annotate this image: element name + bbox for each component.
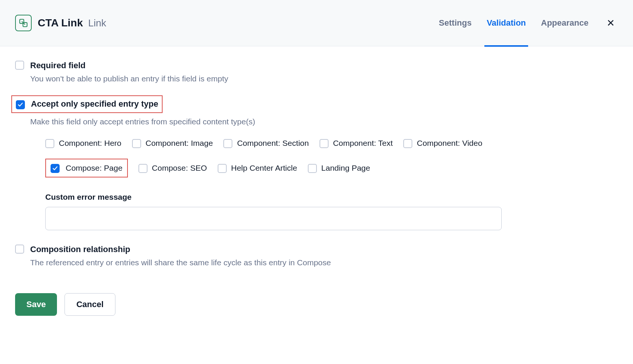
tab-settings[interactable]: Settings [439, 9, 472, 37]
compose-page-highlight-box: Compose: Page [45, 159, 128, 177]
entry-type-landing-page: Landing Page [308, 163, 370, 173]
required-field-desc: You won't be able to publish an entry if… [30, 73, 618, 84]
entry-type-checkbox[interactable] [308, 164, 317, 173]
composition-relationship-checkbox[interactable] [15, 245, 24, 254]
required-field-label: Required field [30, 60, 618, 72]
entry-type-label: Component: Section [237, 139, 309, 148]
field-type: Link [88, 17, 106, 29]
entry-type-checkbox[interactable] [218, 164, 227, 173]
option-text: Required field You won't be able to publ… [30, 60, 618, 84]
entry-type-component-image: Component: Image [132, 138, 213, 148]
entry-type-label: Compose: SEO [152, 164, 207, 173]
entry-type-checkbox[interactable] [403, 139, 412, 148]
entry-type-help-center-article: Help Center Article [218, 163, 297, 173]
accept-entry-type-option: Accept only specified entry type Make th… [15, 95, 618, 127]
entry-type-compose-seo: Compose: SEO [138, 163, 207, 173]
entry-type-label: Component: Text [333, 139, 393, 148]
accept-entry-type-checkbox[interactable] [16, 100, 25, 109]
header-right: Settings Validation Appearance ✕ [439, 9, 618, 37]
entry-type-checkbox[interactable] [320, 139, 329, 148]
entry-type-component-hero: Component: Hero [45, 138, 121, 148]
dialog-header: CTA Link Link Settings Validation Appear… [0, 0, 633, 46]
entry-type-component-text: Component: Text [320, 138, 393, 148]
dialog-footer: Save Cancel [0, 293, 633, 331]
entry-types-row-2: Compose: Page Compose: SEO Help Center A… [45, 159, 618, 177]
field-title: CTA Link [38, 17, 83, 29]
entry-type-checkbox[interactable] [138, 164, 147, 173]
entry-type-component-video: Component: Video [403, 138, 482, 148]
title-group: CTA Link Link [38, 17, 106, 29]
custom-error-input[interactable] [45, 207, 502, 230]
save-button[interactable]: Save [15, 293, 57, 316]
composition-relationship-option: Composition relationship The referenced … [15, 244, 618, 268]
entry-types-row-1: Component: Hero Component: Image Compone… [45, 138, 618, 148]
tab-validation[interactable]: Validation [487, 9, 526, 37]
accept-entry-type-label: Accept only specified entry type [31, 98, 158, 110]
composition-relationship-desc: The referenced entry or entries will sha… [30, 257, 618, 268]
accept-highlight-box: Accept only specified entry type [11, 95, 163, 113]
entry-type-label: Compose: Page [66, 164, 123, 173]
entry-type-label: Landing Page [321, 164, 370, 173]
entry-type-checkbox[interactable] [132, 139, 141, 148]
link-field-icon [15, 15, 32, 31]
entry-types-list: Component: Hero Component: Image Compone… [45, 138, 618, 177]
header-left: CTA Link Link [15, 15, 106, 31]
tab-appearance[interactable]: Appearance [541, 9, 588, 37]
accept-entry-type-desc: Make this field only accept entries from… [30, 116, 618, 127]
custom-error-section: Custom error message [45, 193, 618, 230]
entry-type-checkbox[interactable] [223, 139, 232, 148]
required-field-option: Required field You won't be able to publ… [15, 60, 618, 84]
dialog-content: Required field You won't be able to publ… [0, 46, 633, 293]
entry-type-label: Help Center Article [231, 164, 297, 173]
option-text: Composition relationship The referenced … [30, 244, 618, 268]
cancel-button[interactable]: Cancel [65, 293, 115, 316]
entry-type-label: Component: Image [146, 139, 213, 148]
entry-type-component-section: Component: Section [223, 138, 309, 148]
entry-type-label: Component: Video [417, 139, 482, 148]
entry-type-label: Component: Hero [59, 139, 121, 148]
entry-type-checkbox[interactable] [51, 164, 60, 173]
entry-type-checkbox[interactable] [45, 139, 54, 148]
required-field-checkbox[interactable] [15, 61, 24, 70]
composition-relationship-label: Composition relationship [30, 244, 618, 255]
custom-error-label: Custom error message [45, 193, 618, 202]
close-icon[interactable]: ✕ [604, 16, 618, 31]
